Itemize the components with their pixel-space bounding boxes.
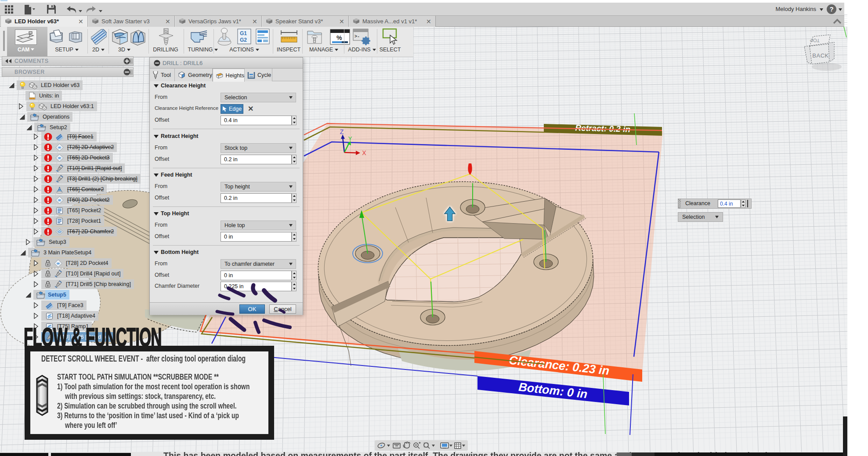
svg-text:%: % [336, 34, 342, 41]
svg-text:Z: Z [340, 128, 344, 135]
svg-text:G2: G2 [240, 37, 247, 43]
svg-text:Y: Y [348, 135, 352, 142]
svg-text:G1: G1 [240, 30, 247, 36]
svg-text:TOP: TOP [810, 37, 820, 43]
svg-text:X: X [362, 149, 366, 156]
svg-text:>-: >- [354, 34, 360, 39]
svg-text:BACK: BACK [812, 52, 828, 59]
